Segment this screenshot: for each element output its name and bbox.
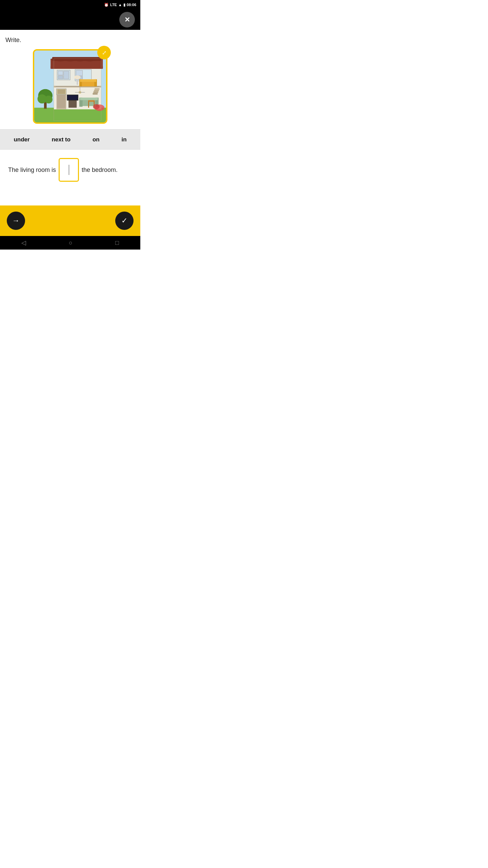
main-content: Write. ⤢ <box>0 30 140 205</box>
time-display: 08:06 <box>127 3 136 7</box>
word-in[interactable]: in <box>119 135 129 144</box>
sentence-suffix: the bedroom. <box>82 166 118 174</box>
android-recent-button[interactable]: □ <box>115 239 119 246</box>
svg-point-8 <box>75 58 85 62</box>
house-illustration <box>34 51 106 122</box>
expand-icon: ⤢ <box>102 50 106 56</box>
check-icon: ✓ <box>121 216 127 225</box>
svg-point-48 <box>93 104 99 109</box>
next-icon: → <box>12 216 20 225</box>
svg-rect-36 <box>88 101 89 107</box>
svg-rect-49 <box>95 88 99 90</box>
android-back-button[interactable]: ◁ <box>21 239 26 246</box>
svg-rect-30 <box>67 95 78 100</box>
check-button[interactable]: ✓ <box>115 212 134 230</box>
svg-point-25 <box>74 75 81 79</box>
word-on[interactable]: on <box>90 135 102 144</box>
svg-point-9 <box>85 58 95 62</box>
svg-rect-34 <box>80 98 98 100</box>
instruction-text: Write. <box>5 37 135 44</box>
android-nav: ◁ ○ □ <box>0 236 140 250</box>
svg-rect-51 <box>93 91 98 93</box>
signal-icon: ▲ <box>118 3 122 7</box>
battery-icon: ▮ <box>123 3 125 7</box>
svg-rect-27 <box>57 94 65 108</box>
word-under[interactable]: under <box>11 135 32 144</box>
android-home-button[interactable]: ○ <box>69 239 73 246</box>
close-button[interactable]: ✕ <box>119 12 135 27</box>
text-cursor <box>69 165 69 175</box>
sentence-area: The living room is the bedroom. <box>5 150 135 182</box>
svg-rect-23 <box>80 79 96 82</box>
svg-rect-42 <box>57 90 65 94</box>
svg-point-46 <box>45 96 53 103</box>
svg-rect-50 <box>94 90 99 92</box>
word-bank: under next to on in <box>0 130 140 150</box>
status-icons: ⏰ LTE ▲ ▮ 08:06 <box>104 3 136 7</box>
svg-rect-15 <box>58 76 63 79</box>
status-bar: ⏰ LTE ▲ ▮ 08:06 <box>0 0 140 9</box>
next-button[interactable]: → <box>7 212 25 230</box>
svg-point-7 <box>65 58 75 62</box>
sentence-prefix: The living room is <box>8 166 56 174</box>
svg-rect-14 <box>58 71 63 75</box>
svg-rect-10 <box>50 66 103 69</box>
house-image[interactable] <box>33 49 107 124</box>
alarm-icon: ⏰ <box>104 3 109 7</box>
word-next-to[interactable]: next to <box>49 135 73 144</box>
answer-input-box[interactable] <box>59 158 79 182</box>
svg-rect-1 <box>34 108 106 122</box>
bottom-bar: → ✓ <box>0 205 140 236</box>
expand-button[interactable]: ⤢ <box>97 46 111 59</box>
svg-rect-16 <box>64 71 69 79</box>
top-bar: ✕ <box>0 9 140 30</box>
close-icon: ✕ <box>124 16 130 24</box>
lte-icon: LTE <box>110 3 117 7</box>
svg-rect-52 <box>93 93 97 95</box>
svg-rect-18 <box>76 71 82 76</box>
image-container: ⤢ <box>33 49 107 124</box>
svg-point-6 <box>56 58 65 62</box>
